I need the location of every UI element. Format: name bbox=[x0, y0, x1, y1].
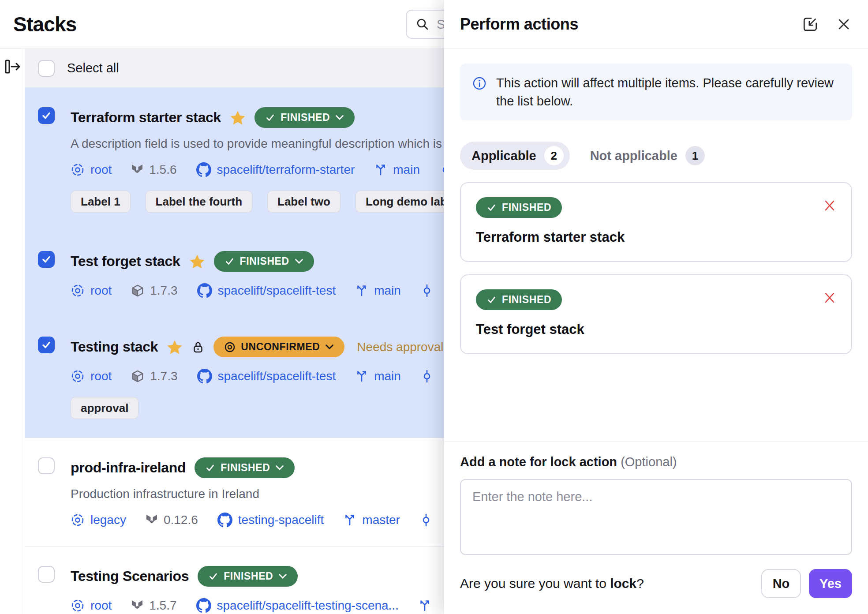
branch-link[interactable] bbox=[418, 599, 437, 612]
remove-item-button[interactable] bbox=[821, 197, 838, 214]
info-banner: This action will affect multiple items. … bbox=[460, 64, 852, 120]
select-all-checkbox[interactable] bbox=[38, 60, 55, 77]
vendor-version: 1.5.6 bbox=[131, 163, 176, 177]
star-icon[interactable] bbox=[189, 254, 205, 270]
needs-approval-text: Needs approval bbox=[357, 340, 443, 354]
terraform-icon bbox=[146, 514, 158, 526]
status-badge[interactable]: FINISHED bbox=[254, 107, 355, 128]
space-icon bbox=[71, 369, 85, 383]
stack-name[interactable]: Test forget stack bbox=[71, 253, 180, 270]
stack-label[interactable]: Label the fourth bbox=[146, 191, 252, 213]
sidebar-expand-icon bbox=[3, 57, 22, 76]
confirm-question: Are you sure you want to lock? bbox=[460, 576, 644, 591]
panel-footer: Add a note for lock action (Optional) Ar… bbox=[444, 441, 868, 598]
collapse-panel-button[interactable] bbox=[801, 15, 819, 34]
branch-link[interactable]: master bbox=[343, 513, 400, 527]
panel-tabs: Applicable 2 Not applicable 1 bbox=[460, 142, 852, 170]
info-text: This action will affect multiple items. … bbox=[496, 74, 840, 110]
branch-link[interactable]: main bbox=[374, 163, 420, 177]
github-icon bbox=[197, 369, 212, 384]
chevron-down-icon bbox=[278, 573, 287, 579]
repo-link[interactable]: spacelift/spacelift-testing-scena... bbox=[196, 598, 399, 613]
stack-checkbox[interactable] bbox=[38, 457, 55, 474]
chevron-down-icon bbox=[275, 465, 284, 471]
tofu-cube-icon bbox=[131, 284, 144, 297]
github-icon bbox=[217, 513, 232, 528]
check-icon bbox=[205, 463, 215, 473]
stack-checkbox[interactable] bbox=[38, 566, 55, 583]
space-link[interactable]: root bbox=[71, 599, 112, 613]
stack-name[interactable]: Testing Scenarios bbox=[71, 568, 189, 584]
space-icon bbox=[71, 163, 85, 177]
tab-applicable[interactable]: Applicable 2 bbox=[460, 142, 570, 170]
space-link[interactable]: root bbox=[71, 284, 112, 298]
status-badge[interactable]: FINISHED bbox=[195, 457, 295, 478]
check-icon bbox=[224, 256, 235, 266]
star-icon[interactable] bbox=[167, 339, 183, 355]
space-link[interactable]: root bbox=[71, 163, 112, 177]
branch-link[interactable]: main bbox=[355, 284, 401, 298]
tab-count-badge: 1 bbox=[685, 146, 705, 165]
remove-icon bbox=[822, 290, 837, 305]
stack-checkbox[interactable] bbox=[38, 251, 55, 268]
remove-item-button[interactable] bbox=[821, 289, 838, 306]
vendor-version: 0.12.6 bbox=[146, 513, 198, 527]
status-badge[interactable]: FINISHED bbox=[198, 566, 298, 587]
status-badge: FINISHED bbox=[476, 289, 562, 310]
tab-not-applicable[interactable]: Not applicable 1 bbox=[590, 142, 705, 170]
branch-icon bbox=[374, 163, 387, 176]
branch-link[interactable]: main bbox=[355, 369, 401, 383]
github-icon bbox=[196, 598, 211, 613]
stack-name[interactable]: prod-infra-ireland bbox=[71, 460, 186, 476]
terraform-icon bbox=[131, 599, 143, 612]
space-link[interactable]: root bbox=[71, 369, 112, 383]
check-icon bbox=[265, 112, 275, 123]
sidebar-expand-button[interactable] bbox=[2, 56, 23, 77]
status-badge[interactable]: FINISHED bbox=[214, 251, 314, 272]
repo-link[interactable]: spacelift/spacelift-test bbox=[197, 283, 336, 298]
status-badge[interactable]: UNCONFIRMED bbox=[213, 337, 344, 357]
affected-item-name: Terraform starter stack bbox=[476, 229, 836, 245]
affected-item-name: Test forget stack bbox=[476, 322, 836, 337]
collapse-panel-icon bbox=[802, 16, 819, 33]
stack-checkbox[interactable] bbox=[38, 107, 55, 124]
search-icon bbox=[415, 17, 430, 31]
branch-icon bbox=[343, 513, 356, 527]
close-panel-button[interactable] bbox=[835, 16, 852, 33]
space-icon bbox=[71, 284, 85, 298]
stack-checkbox[interactable] bbox=[38, 337, 55, 353]
affected-item-card: FINISHED Test forget stack bbox=[460, 274, 852, 354]
stack-label[interactable]: Label 1 bbox=[71, 191, 131, 213]
repo-link[interactable]: testing-spacelift bbox=[217, 513, 324, 528]
commit-icon bbox=[419, 513, 433, 527]
vendor-version: 1.7.3 bbox=[131, 369, 177, 383]
stack-name[interactable]: Testing stack bbox=[71, 339, 158, 355]
yes-button[interactable]: Yes bbox=[809, 569, 852, 598]
page-title: Stacks bbox=[13, 12, 77, 36]
note-optional-label: (Optional) bbox=[621, 455, 677, 469]
left-rail bbox=[0, 49, 24, 614]
star-icon[interactable] bbox=[230, 110, 246, 126]
note-input[interactable] bbox=[460, 479, 852, 555]
chevron-down-icon bbox=[325, 344, 334, 350]
perform-actions-panel: Perform actions This actio bbox=[444, 0, 868, 614]
space-link[interactable]: legacy bbox=[71, 513, 126, 527]
repo-link[interactable]: spacelift/spacelift-test bbox=[197, 369, 336, 384]
chevron-down-icon bbox=[335, 115, 344, 120]
space-icon bbox=[71, 599, 85, 613]
commit-icon bbox=[420, 370, 434, 383]
stack-label[interactable]: approval bbox=[71, 397, 138, 419]
terraform-icon bbox=[131, 164, 143, 176]
stack-label[interactable]: Label two bbox=[267, 191, 340, 213]
note-label: Add a note for lock action bbox=[460, 455, 617, 469]
remove-icon bbox=[822, 198, 837, 213]
stack-name[interactable]: Terraform starter stack bbox=[71, 109, 221, 126]
chevron-down-icon bbox=[295, 258, 303, 264]
lock-icon bbox=[191, 341, 205, 354]
info-icon bbox=[472, 76, 486, 110]
no-button[interactable]: No bbox=[761, 569, 801, 598]
select-all-label: Select all bbox=[67, 61, 119, 75]
repo-link[interactable]: spacelift/terraform-starter bbox=[196, 162, 355, 177]
check-icon bbox=[486, 202, 497, 213]
tofu-cube-icon bbox=[131, 370, 144, 383]
